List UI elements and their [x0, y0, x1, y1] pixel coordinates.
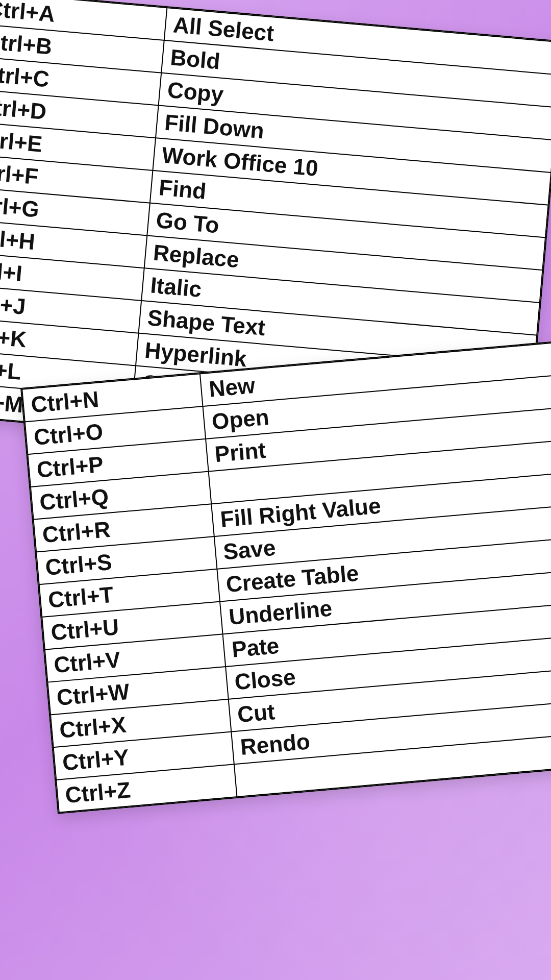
shortcuts-table-bottom: Ctrl+NNewCtrl+OOpenCtrl+PPrintCtrl+QCtrl… [20, 339, 551, 814]
keyboard-shortcuts-table-2: Ctrl+NNewCtrl+OOpenCtrl+PPrintCtrl+QCtrl… [21, 340, 551, 813]
